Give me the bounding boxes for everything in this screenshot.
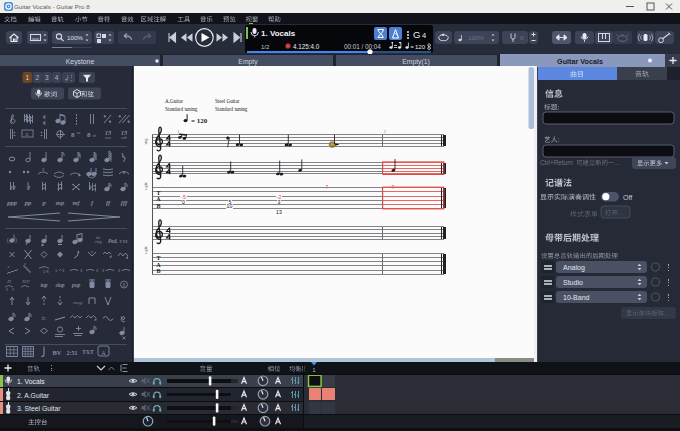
- svg-text:3: 3: [46, 270, 48, 274]
- svg-text:x: x: [7, 264, 10, 269]
- svg-text:x: x: [23, 261, 26, 266]
- svg-text:00:01 / 00:04: 00:01 / 00:04: [344, 43, 381, 50]
- svg-text:100%: 100%: [67, 34, 83, 41]
- svg-text:mp: mp: [56, 199, 65, 206]
- svg-text:Off: Off: [623, 194, 632, 201]
- svg-text:ring: ring: [95, 239, 102, 244]
- svg-text:fff: fff: [121, 199, 128, 206]
- svg-text:= 120: = 120: [191, 117, 208, 125]
- svg-text:TXT: TXT: [82, 349, 94, 355]
- svg-text:pop: pop: [71, 282, 81, 288]
- svg-text:Analog: Analog: [563, 264, 585, 272]
- svg-text:): ): [15, 237, 17, 244]
- svg-text:ppp: ppp: [6, 199, 18, 206]
- svg-text:Empty: Empty: [238, 58, 258, 66]
- svg-text:3: 3: [278, 199, 281, 205]
- svg-text:ma: ma: [105, 135, 111, 140]
- svg-text:vb: vb: [93, 133, 97, 138]
- svg-text:=: =: [411, 44, 414, 50]
- svg-text:4: 4: [55, 74, 59, 81]
- svg-text:3: 3: [45, 74, 49, 81]
- svg-text:A: A: [101, 350, 106, 356]
- svg-text:T: T: [156, 190, 160, 196]
- svg-text:G: G: [413, 29, 420, 40]
- svg-text:T: T: [156, 255, 160, 261]
- svg-text:120: 120: [415, 44, 426, 50]
- svg-text:0: 0: [182, 199, 185, 205]
- svg-text:10-Band: 10-Band: [563, 294, 590, 301]
- svg-text:A.Guitar: A.Guitar: [165, 98, 183, 104]
- svg-text:Ped.: Ped.: [108, 238, 118, 244]
- svg-text:tr.: tr.: [42, 315, 47, 321]
- svg-text:1/2: 1/2: [261, 44, 270, 50]
- svg-text:3. Steel Guitar: 3. Steel Guitar: [17, 405, 61, 412]
- svg-text:X.: X.: [24, 132, 29, 137]
- svg-text:A: A: [156, 196, 161, 202]
- svg-text:pp: pp: [24, 199, 32, 206]
- svg-text:2: 2: [384, 130, 386, 134]
- svg-text:2:51: 2:51: [67, 350, 78, 356]
- svg-text:0: 0: [520, 34, 524, 41]
- svg-text:mb: mb: [121, 135, 127, 140]
- svg-text:rasg.: rasg.: [73, 300, 83, 305]
- svg-text:(: (: [7, 237, 9, 244]
- svg-text:Guitar Vocals: Guitar Vocals: [557, 57, 603, 66]
- svg-text:4: 4: [422, 31, 426, 40]
- svg-text:1. Vocals: 1. Vocals: [261, 29, 296, 38]
- svg-text:1: 1: [25, 74, 29, 81]
- svg-text:1: 1: [178, 130, 180, 134]
- svg-text:Studio: Studio: [563, 279, 583, 286]
- svg-text:H/P: H/P: [21, 279, 30, 284]
- svg-text:-7: -7: [324, 185, 329, 190]
- svg-text:P.M.: P.M.: [119, 239, 128, 244]
- svg-text:Standard tuning: Standard tuning: [165, 106, 198, 112]
- svg-text:x: x: [90, 249, 93, 254]
- svg-text:Standard tuning: Standard tuning: [215, 106, 248, 112]
- svg-text:3: 3: [12, 288, 14, 292]
- svg-text:B: B: [156, 203, 160, 209]
- svg-text:13: 13: [276, 209, 282, 215]
- svg-text:4.125:4.0: 4.125:4.0: [293, 43, 320, 50]
- svg-text:H: H: [6, 279, 11, 284]
- svg-text:1. Vocals: 1. Vocals: [17, 378, 45, 385]
- svg-text:1: 1: [43, 270, 45, 274]
- svg-text:Ctrl+Return: Ctrl+Return: [540, 159, 573, 166]
- svg-text:8: 8: [71, 131, 75, 139]
- svg-text:Keystone: Keystone: [66, 58, 95, 66]
- svg-text:2. A.Guitar: 2. A.Guitar: [17, 392, 50, 399]
- svg-text:4: 4: [43, 120, 46, 126]
- svg-text:1: 1: [313, 368, 316, 373]
- svg-text:-7: -7: [390, 185, 395, 190]
- svg-text:s.gtr.: s.gtr.: [143, 246, 148, 254]
- svg-text:sng.: sng.: [143, 137, 148, 144]
- svg-text:B: B: [156, 268, 160, 274]
- svg-text:BV: BV: [52, 349, 61, 356]
- svg-text:3: 3: [6, 288, 8, 292]
- svg-text:mf: mf: [72, 199, 80, 206]
- svg-text:va: va: [77, 130, 81, 135]
- svg-text:s.gtr.: s.gtr.: [143, 182, 148, 190]
- svg-text:100%: 100%: [468, 34, 484, 41]
- svg-text:2: 2: [35, 74, 39, 81]
- svg-text:slap: slap: [54, 282, 64, 288]
- svg-text:8: 8: [87, 131, 91, 139]
- svg-text:tap: tap: [40, 282, 47, 288]
- svg-text:Empty(1): Empty(1): [402, 58, 430, 66]
- svg-text:Guitar Vocals - Guitar Pro 8: Guitar Vocals - Guitar Pro 8: [14, 3, 90, 10]
- svg-text:A: A: [156, 262, 161, 268]
- svg-text:Steel Guitar: Steel Guitar: [215, 98, 240, 104]
- svg-text:10: 10: [227, 203, 233, 209]
